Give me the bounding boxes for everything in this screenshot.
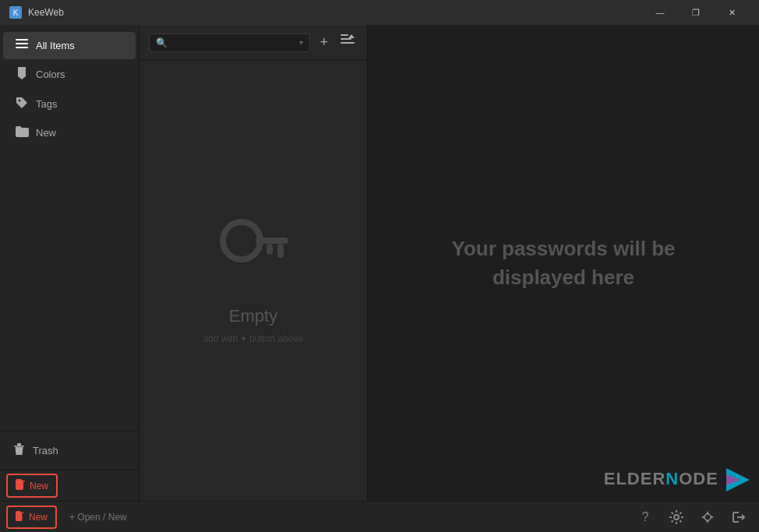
titlebar: K KeeWeb — ❐ ✕ [0,0,759,25]
search-box[interactable]: 🔍 ▾ [149,33,310,52]
restore-button[interactable]: ❐ [678,0,714,25]
svg-rect-4 [16,47,28,48]
sidebar-item-tags[interactable]: Tags [3,90,136,118]
app-title: KeeWeb [28,7,642,18]
svg-rect-6 [14,446,24,447]
empty-subtitle: add with + button above [203,333,304,344]
svg-point-5 [19,100,21,102]
empty-title: Empty [229,306,277,326]
list-toolbar: 🔍 ▾ + [139,25,367,61]
search-icon: 🔍 [156,37,168,48]
colors-icon [16,67,28,82]
detail-placeholder-text: Your passwords will bedisplayed here [451,234,675,291]
sidebar-nav: All Items Colors Tags [0,25,139,431]
add-entry-button[interactable]: + [316,33,331,52]
svg-text:K: K [13,9,19,17]
svg-marker-12 [348,34,355,38]
search-input[interactable] [172,37,295,48]
window-controls: — ❐ ✕ [642,0,750,25]
empty-state: Empty add with + button above [139,61,367,501]
sidebar-item-all-items-label: All Items [36,40,75,51]
trash-icon [12,443,25,458]
svg-rect-10 [341,38,351,40]
svg-rect-9 [341,34,348,36]
empty-subtitle-text: add with [203,333,238,344]
new-database-label: New [30,481,48,491]
content-area: 🔍 ▾ + [139,25,759,501]
sidebar-item-colors-label: Colors [36,69,65,80]
all-items-icon [16,39,28,52]
app-body: All Items Colors Tags [0,25,759,501]
eldernode-text-n: N [665,469,679,488]
sidebar-item-tags-label: Tags [36,98,57,110]
minimize-button[interactable]: — [642,0,678,25]
svg-rect-16 [267,244,273,255]
empty-plus-icon: + [241,333,249,344]
logout-button[interactable] [725,505,753,530]
bottom-bar: New [0,470,139,501]
sync-button[interactable] [694,505,722,530]
svg-point-21 [704,514,711,520]
close-button[interactable]: ✕ [714,0,750,25]
detail-placeholder: Your passwords will bedisplayed here [451,234,675,291]
sidebar-item-trash[interactable]: Trash [3,438,136,463]
sidebar-item-all-items[interactable]: All Items [3,32,136,59]
svg-rect-2 [16,39,28,41]
app-icon: K [9,6,22,19]
tags-icon [16,97,28,111]
new-button-icon [16,511,24,523]
settings-button[interactable] [662,505,690,530]
new-button-label: New [29,512,48,523]
svg-rect-11 [341,42,355,44]
sidebar: All Items Colors Tags [0,25,139,501]
sort-button[interactable] [337,33,358,52]
sidebar-item-new-label: New [36,127,56,139]
bottom-icons: ? [631,505,753,530]
empty-key-icon [218,217,288,306]
new-folder-icon [16,126,28,139]
svg-rect-15 [277,244,284,258]
svg-point-20 [674,515,679,520]
svg-rect-14 [256,238,288,244]
empty-subtitle-end: button above [249,333,303,344]
help-button[interactable]: ? [631,505,659,530]
svg-rect-3 [16,43,28,44]
global-bottom-bar: New + Open / New ? [0,501,759,532]
open-new-button[interactable]: + Open / New [63,508,133,527]
new-button-bottom[interactable]: New [6,506,57,529]
sidebar-item-new[interactable]: New [3,119,136,146]
sidebar-item-trash-label: Trash [33,445,58,456]
new-database-icon [16,479,25,492]
eldernode-watermark: ELDERNODE [604,468,750,491]
list-panel: 🔍 ▾ + [139,25,368,501]
new-database-button[interactable]: New [6,474,58,498]
sidebar-footer: Trash [0,431,139,470]
eldernode-text-ode: ODE [679,469,718,488]
svg-rect-7 [17,443,21,446]
svg-point-13 [223,222,260,259]
eldernode-text-elder: ELDER [604,469,666,488]
detail-panel: Your passwords will bedisplayed here ELD… [368,25,759,501]
sidebar-item-colors[interactable]: Colors [3,60,136,89]
search-dropdown-icon: ▾ [299,38,303,47]
